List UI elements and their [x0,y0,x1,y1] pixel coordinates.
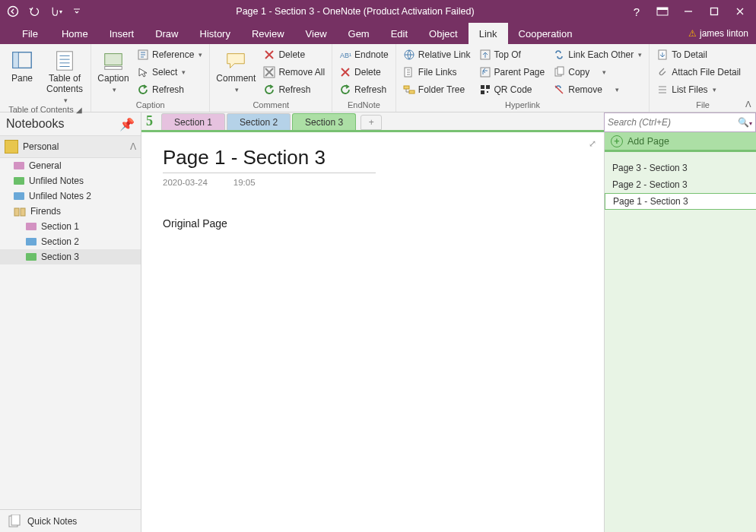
copy-button[interactable]: Copy ▾ [550,64,645,81]
qat-customize-button[interactable] [67,2,87,21]
pane-button[interactable]: Pane [4,46,40,84]
svg-rect-15 [409,90,415,93]
quick-notes-button[interactable]: Quick Notes [0,509,141,532]
tab-history[interactable]: History [189,23,241,44]
tab-link[interactable]: Link [469,23,508,44]
comment-delete-button[interactable]: Delete [260,46,328,63]
page-list-item[interactable]: Page 2 - Section 3 [605,176,756,193]
notebooks-header: Notebooks 📌 [0,112,141,135]
list-files-button[interactable]: List Files▾ [653,81,744,98]
back-button[interactable] [3,2,23,21]
close-button[interactable] [727,2,753,21]
help-button[interactable]: ? [624,2,650,21]
maximize-button[interactable] [701,2,727,21]
endnote-delete-button[interactable]: Delete [336,64,392,81]
svg-rect-14 [404,86,409,89]
undo-button[interactable] [24,2,44,21]
folder-tree-button[interactable]: Folder Tree [400,81,474,98]
parent-page-button[interactable]: Parent Page [476,64,548,81]
tab-edit[interactable]: Edit [380,23,418,44]
main-area: 5 Section 1 Section 2 Section 3 + 🔍▾ ⤢ P… [141,112,756,532]
chevron-up-icon: ᐱ [130,141,136,152]
svg-rect-28 [11,515,20,525]
ribbon-group-comment: Comment▾ Delete Remove All Refresh Comme… [210,44,332,112]
section-group-firends[interactable]: Firends [0,204,141,219]
search-box[interactable]: 🔍▾ [604,112,756,132]
section-color-icon [14,162,24,169]
tab-draw[interactable]: Draw [145,23,189,44]
section-general[interactable]: General [0,158,141,173]
notebook-icon [5,140,18,154]
page-canvas[interactable]: ⤢ Page 1 - Section 3 2020-03-24 19:05 Or… [141,132,604,532]
tab-view[interactable]: View [295,23,338,44]
caption-button[interactable]: Caption▾ [95,46,132,93]
section-tab-3[interactable]: Section 3 [292,113,356,130]
quick-access-toolbar: ▾ [3,2,87,21]
fullscreen-icon[interactable]: ⤢ [589,138,596,149]
section-unfiled-notes-2[interactable]: Unfiled Notes 2 [0,188,141,204]
relative-link-button[interactable]: Relative Link [400,46,474,63]
collapse-ribbon-button[interactable]: ᐱ [745,100,751,109]
file-links-button[interactable]: File Links [400,64,474,81]
section-1[interactable]: Section 1 [0,219,141,234]
title-bar: ▾ Page 1 - Section 3 - OneNote (Product … [0,0,756,23]
section-unfiled-notes[interactable]: Unfiled Notes [0,173,141,188]
section-tab-1[interactable]: Section 1 [161,113,225,130]
tab-object[interactable]: Object [418,23,469,44]
section-3[interactable]: Section 3 [0,249,141,264]
notebook-name: Personal [23,141,59,152]
page-list-item[interactable]: Page 3 - Section 3 [605,160,756,176]
qr-code-button[interactable]: QR Code [476,81,548,98]
remove-button[interactable]: Remove ▾ [550,81,645,98]
comment-refresh-button[interactable]: Refresh [260,81,328,98]
to-detail-button[interactable]: To Detail [653,46,744,63]
tab-review[interactable]: Review [241,23,295,44]
endnote-button[interactable]: AB¹Endnote [336,46,392,63]
window-title: Page 1 - Section 3 - OneNote (Product Ac… [87,6,624,17]
search-icon[interactable]: 🔍▾ [738,117,752,128]
endnote-refresh-button[interactable]: Refresh [336,81,392,98]
add-section-tab-button[interactable]: + [361,115,382,130]
touch-mode-button[interactable]: ▾ [46,2,65,21]
notebook-personal[interactable]: Personal ᐱ [0,135,141,158]
link-each-other-button[interactable]: Link Each Other▾ [550,46,645,63]
svg-text:AB¹: AB¹ [340,52,351,59]
page-time[interactable]: 19:05 [233,178,256,187]
page-list: Page 3 - Section 3 Page 2 - Section 3 Pa… [605,152,756,532]
section-2[interactable]: Section 2 [0,234,141,249]
attach-file-detail-button[interactable]: Attach File Detail [653,64,744,81]
add-page-button[interactable]: + Add Page [605,132,756,152]
user-account[interactable]: ⚠ james linton [681,23,756,44]
ribbon-tabs: File Home Insert Draw History Review Vie… [0,23,756,44]
tab-insert[interactable]: Insert [99,23,145,44]
pin-icon[interactable]: 📌 [119,117,135,131]
page-list-item[interactable]: Page 1 - Section 3 [605,193,756,210]
table-of-contents-button[interactable]: Table of Contents▾ [43,46,87,104]
select-button[interactable]: Select▾ [134,64,205,81]
svg-rect-26 [21,208,25,216]
page-date[interactable]: 2020-03-24 [163,178,208,187]
svg-rect-21 [487,91,488,93]
display-mode-button[interactable] [650,2,675,21]
tab-gem[interactable]: Gem [338,23,380,44]
top-of-button[interactable]: Top Of [476,46,548,63]
toc-dialog-launcher[interactable]: ◢ [76,106,82,114]
comment-remove-all-button[interactable]: Remove All [260,64,328,81]
tab-home[interactable]: Home [51,23,99,44]
section-color-icon [26,223,37,230]
notebooks-pane: Notebooks 📌 Personal ᐱ General Unfiled N… [0,112,141,532]
search-input[interactable] [608,117,738,128]
svg-rect-25 [14,208,19,216]
page-title[interactable]: Page 1 - Section 3 [163,146,376,173]
caption-refresh-button[interactable]: Refresh [134,81,205,98]
svg-rect-2 [657,8,668,10]
tab-cooperation[interactable]: Cooperation [508,23,583,44]
reference-button[interactable]: Reference▾ [134,46,205,63]
page-body-text[interactable]: Original Page [163,217,583,230]
section-color-icon [26,253,37,261]
tab-file[interactable]: File [9,23,51,44]
svg-rect-8 [105,67,122,70]
comment-button[interactable]: Comment▾ [214,46,258,93]
minimize-button[interactable] [675,2,701,21]
section-tab-2[interactable]: Section 2 [227,113,291,130]
